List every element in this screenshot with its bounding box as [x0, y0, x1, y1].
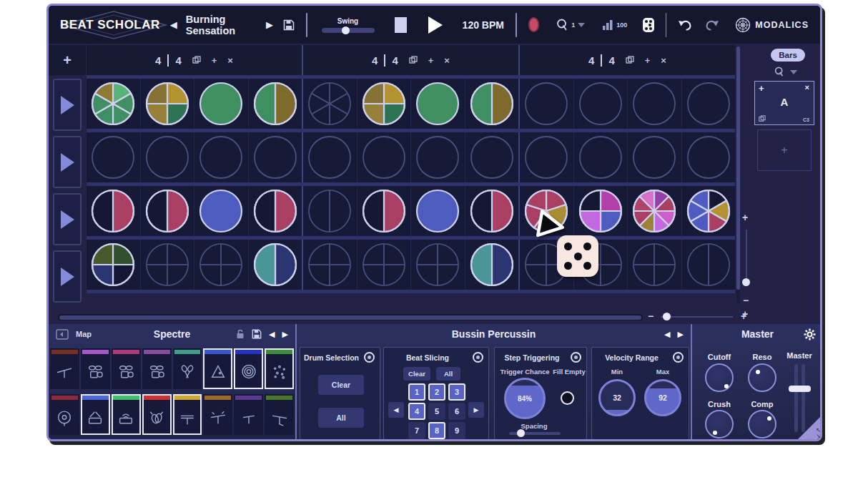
slice-number-9[interactable]: 9 — [448, 422, 465, 439]
slice-number-8[interactable]: 8 — [428, 422, 445, 439]
beat-r2-b5[interactable] — [302, 132, 357, 182]
beat-r1-b6[interactable] — [357, 79, 411, 129]
bar-close-button[interactable]: × — [805, 83, 809, 92]
beat-r1-b1[interactable] — [87, 79, 140, 129]
beat-r2-b7[interactable] — [410, 132, 465, 182]
floppy-icon[interactable] — [252, 329, 262, 339]
drum-tile-r1-6[interactable] — [203, 348, 232, 389]
drum-tile-r1-2[interactable] — [81, 348, 110, 389]
remove-measure-button[interactable]: × — [661, 55, 666, 66]
velocity-min-knob[interactable]: 32 — [598, 379, 636, 416]
add-measure-button[interactable]: + — [645, 55, 651, 66]
swing-slider-handle[interactable] — [342, 26, 350, 34]
record-button[interactable] — [528, 17, 540, 32]
beat-r4-b3[interactable] — [194, 240, 248, 290]
drum-tile-r2-5[interactable] — [173, 394, 202, 435]
beat-r2-b3[interactable] — [194, 132, 248, 182]
beat-r2-b10[interactable] — [573, 132, 628, 182]
drum-selection-indicator[interactable] — [364, 352, 375, 363]
redo-button[interactable] — [704, 19, 719, 31]
bars-tab[interactable]: Bars — [771, 49, 805, 62]
beat-r1-b7[interactable] — [410, 79, 465, 129]
drum-tile-r1-7[interactable] — [234, 348, 263, 389]
drum-tile-r1-5[interactable] — [173, 348, 202, 389]
bpm-display[interactable]: 120 BPM — [463, 19, 504, 31]
dice-button[interactable] — [643, 18, 654, 32]
beat-r3-b11[interactable] — [627, 186, 681, 236]
beat-r1-b2[interactable] — [140, 79, 194, 129]
caret-down-icon[interactable] — [578, 23, 585, 27]
quantize-control[interactable]: 1 — [556, 19, 585, 31]
beat-r3-b12[interactable] — [681, 186, 736, 236]
v-zoom-slider[interactable] — [746, 230, 747, 280]
bussin-prev-button[interactable]: ◀ — [664, 330, 670, 339]
spacing-slider-handle[interactable] — [517, 429, 525, 437]
drum-tile-r2-7[interactable] — [234, 394, 263, 435]
v-zoom-slider-handle[interactable] — [742, 278, 750, 286]
beat-r1-b9[interactable] — [518, 79, 573, 129]
beat-slicing-indicator[interactable] — [473, 352, 483, 363]
bar-add-button[interactable]: + — [759, 83, 764, 94]
beat-r2-b2[interactable] — [140, 132, 194, 182]
beat-r4-b11[interactable] — [627, 240, 681, 290]
beat-r4-b4[interactable] — [248, 240, 302, 290]
v-zoom-in-button[interactable]: + — [742, 308, 748, 320]
spectre-prev-button[interactable]: ◀ — [269, 330, 275, 339]
slice-number-1[interactable]: 1 — [408, 383, 425, 401]
time-sig-numerator[interactable]: 4 — [372, 54, 378, 67]
drum-selection-all-button[interactable]: All — [318, 408, 364, 428]
comp-knob[interactable] — [748, 410, 776, 438]
add-measure-button[interactable]: + — [212, 55, 217, 66]
drum-tile-r2-8[interactable] — [265, 394, 294, 435]
drum-tile-r2-1[interactable] — [50, 394, 79, 435]
remove-measure-button[interactable]: × — [444, 55, 450, 66]
undo-button[interactable] — [678, 19, 694, 31]
drum-tile-r2-6[interactable] — [203, 394, 232, 435]
bars-search[interactable] — [774, 67, 797, 77]
slice-number-5[interactable]: 5 — [428, 403, 445, 420]
beat-r1-b12[interactable] — [681, 79, 736, 129]
cutoff-knob[interactable] — [705, 363, 734, 392]
vertical-scrollbar-thumb[interactable] — [736, 46, 740, 290]
h-zoom-out-button[interactable]: − — [648, 310, 654, 322]
drum-tile-r1-4[interactable] — [142, 348, 172, 389]
beat-r1-b10[interactable] — [573, 79, 628, 129]
row-play-button-1[interactable] — [53, 79, 82, 131]
copy-icon[interactable] — [759, 115, 766, 122]
beat-r4-b7[interactable] — [410, 240, 465, 290]
beat-r1-b3[interactable] — [194, 79, 248, 129]
slice-number-6[interactable]: 6 — [448, 403, 465, 420]
row-play-button-3[interactable] — [53, 193, 82, 245]
h-zoom-slider[interactable] — [661, 316, 733, 318]
fill-empty-toggle[interactable] — [561, 391, 574, 405]
save-button[interactable] — [283, 19, 295, 31]
map-button[interactable]: Map — [76, 330, 92, 338]
add-bar-card[interactable]: + — [757, 129, 812, 171]
v-zoom-out-button[interactable]: − — [743, 295, 749, 306]
beat-r2-b8[interactable] — [465, 132, 519, 182]
beat-r2-b4[interactable] — [248, 132, 302, 182]
beat-r3-b10[interactable] — [573, 186, 628, 236]
drum-tile-r2-4[interactable] — [142, 394, 172, 435]
master-slider-handle[interactable] — [789, 386, 811, 392]
trigger-chance-knob[interactable]: 84% — [504, 378, 546, 419]
pattern-prev-button[interactable]: ◀ — [170, 19, 177, 30]
beat-slicing-next-button[interactable]: ▶ — [468, 402, 484, 418]
remove-measure-button[interactable]: × — [227, 55, 233, 66]
beat-r3-b3[interactable] — [194, 186, 248, 236]
play-button[interactable] — [428, 16, 443, 34]
v-zoom-in-top-button[interactable]: + — [742, 212, 748, 223]
h-zoom-slider-handle[interactable] — [663, 313, 671, 320]
beat-r1-b5[interactable] — [302, 79, 357, 129]
time-sig-numerator[interactable]: 4 — [155, 54, 161, 67]
beat-r2-b9[interactable] — [518, 132, 573, 182]
copy-icon[interactable] — [409, 56, 418, 64]
slice-number-7[interactable]: 7 — [408, 422, 425, 439]
row-play-button-2[interactable] — [53, 136, 82, 188]
collapse-icon[interactable] — [56, 329, 69, 340]
crush-knob[interactable] — [705, 410, 734, 438]
bar-card-a[interactable]: + × A C3 — [754, 81, 814, 125]
spectre-next-button[interactable]: ▶ — [282, 330, 288, 339]
beat-r4-b1[interactable] — [87, 240, 140, 290]
beat-r2-b12[interactable] — [681, 132, 736, 182]
